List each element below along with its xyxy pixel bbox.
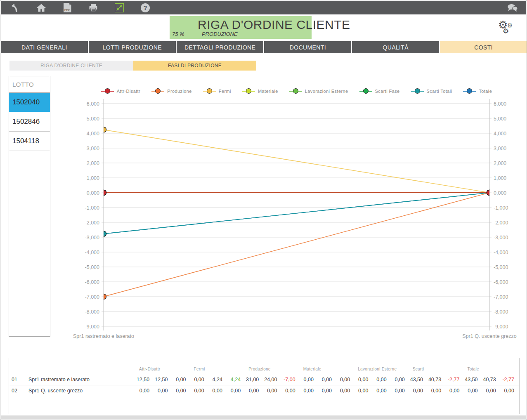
cost-chart: 6,0006,0005,0005,0004,0004,0003,0003,000…: [0, 99, 527, 346]
tab-costi[interactable]: COSTI: [440, 41, 527, 53]
fullscreen-icon: [115, 3, 124, 12]
cost-value: 31,00: [241, 377, 259, 382]
cost-value: 0,00: [496, 388, 514, 394]
svg-text:0,000: 0,000: [494, 190, 506, 196]
cost-value: 0,00: [295, 388, 314, 394]
svg-text:2,000: 2,000: [494, 160, 506, 166]
cost-value: 0,00: [387, 377, 405, 382]
subtab-fasi-di-produzione[interactable]: FASI DI PRODUZIONE: [133, 61, 256, 71]
svg-text:6,000: 6,000: [87, 101, 99, 107]
fullscreen-button[interactable]: [114, 2, 125, 13]
legend-marker: [246, 88, 251, 94]
svg-text:-4,000: -4,000: [85, 250, 99, 255]
cost-value: 0,00: [368, 377, 386, 382]
legend-marker: [363, 88, 369, 94]
table-row[interactable]: 01Spr1 rastremato e laserato12,5012,500,…: [9, 374, 519, 385]
cost-value: 43,50: [405, 377, 423, 382]
svg-text:2,000: 2,000: [87, 160, 99, 166]
chat-button[interactable]: [507, 2, 518, 13]
svg-text:5,000: 5,000: [87, 116, 99, 122]
home-icon: [36, 3, 46, 13]
legend-item[interactable]: Fermi: [203, 88, 231, 94]
svg-text:-3,000: -3,000: [85, 235, 99, 241]
cost-value: 0,00: [423, 388, 441, 394]
help-icon: ?: [141, 3, 150, 12]
pdf-icon: PDF: [64, 3, 71, 12]
cost-value: 4,24: [204, 377, 222, 382]
home-button[interactable]: [36, 2, 47, 13]
cost-value: 24,00: [259, 377, 277, 382]
legend-label: Materiale: [258, 89, 278, 94]
legend-item[interactable]: Lavorazioni Esterne: [289, 88, 348, 94]
svg-text:4,000: 4,000: [494, 131, 506, 137]
sub-tabs: RIGA D'ORDINE CLIENTEFASI DI PRODUZIONE: [9, 61, 256, 71]
svg-text:3,000: 3,000: [494, 146, 506, 151]
settings-gears-icon[interactable]: ⚙ ⚙ ⚙: [498, 19, 515, 36]
tab-qualità[interactable]: QUALITÀ: [352, 41, 439, 53]
legend-item[interactable]: Produzione: [151, 88, 192, 94]
legend-item[interactable]: Scarti Fase: [359, 88, 400, 94]
table-group-header: Totale: [459, 367, 514, 374]
cost-value: 0,00: [332, 388, 350, 394]
cost-value: 0,00: [332, 377, 350, 382]
header: RIGA D'ORDINE CLIENTE 75 % PRODUZIONE ⚙ …: [1, 14, 526, 41]
phase-name: Spr1 Q. uscente grezzo: [28, 388, 131, 394]
tab-dettagli-produzione[interactable]: DETTAGLI PRODUZIONE: [177, 41, 264, 53]
legend-item[interactable]: Attr-Disattr: [101, 88, 140, 94]
table-group-header: Scarti: [405, 367, 460, 374]
tab-documenti[interactable]: DOCUMENTI: [264, 41, 351, 53]
legend-marker: [155, 88, 161, 94]
table-group-headers: Attr-DisattrFermiProduzioneMaterialeLavo…: [9, 358, 519, 374]
cost-value: 0,00: [368, 388, 386, 394]
cost-value: 0,00: [405, 388, 423, 394]
legend-item[interactable]: Scarti Totali: [411, 88, 452, 94]
cost-value: 0,00: [350, 377, 368, 382]
table-group-header: Produzione: [241, 367, 295, 374]
cost-value: 0,00: [168, 377, 186, 382]
table-group-header: Lavorazioni Esterne: [350, 367, 405, 374]
chat-icon: [507, 3, 518, 13]
status-label: PRODUZIONE: [202, 31, 238, 37]
cost-value: 40,73: [423, 377, 441, 382]
legend-item[interactable]: Totale: [463, 88, 492, 94]
tab-lotti-produzione[interactable]: LOTTI PRODUZIONE: [89, 41, 176, 53]
legend-label: Lavorazioni Esterne: [305, 89, 348, 94]
cost-value: 0,00: [259, 388, 277, 394]
legend-marker: [293, 88, 298, 94]
table-row[interactable]: 02Spr1 Q. uscente grezzo0,000,000,000,00…: [9, 385, 519, 396]
svg-text:5,000: 5,000: [494, 116, 506, 122]
pdf-export-button[interactable]: PDF: [62, 2, 73, 13]
legend-marker: [467, 88, 472, 94]
back-icon: [10, 3, 20, 13]
svg-text:4,000: 4,000: [87, 131, 99, 137]
cost-value: 40,73: [478, 377, 496, 382]
cost-value: 12,50: [131, 377, 149, 382]
cost-value: -2,77: [496, 377, 514, 382]
back-button[interactable]: [10, 2, 21, 13]
cost-value: 0,00: [168, 388, 186, 394]
svg-text:-1,000: -1,000: [494, 205, 508, 211]
row-number: 01: [9, 377, 28, 382]
cost-value: 0,00: [186, 388, 204, 394]
row-number: 02: [9, 388, 28, 394]
svg-text:3,000: 3,000: [87, 146, 99, 151]
svg-text:-6,000: -6,000: [494, 279, 508, 285]
legend-label: Scarti Fase: [375, 89, 400, 94]
cost-value: 0,00: [277, 388, 295, 394]
cost-value: 0,00: [314, 377, 332, 382]
cost-value: 0,00: [314, 388, 332, 394]
svg-text:-2,000: -2,000: [85, 220, 99, 226]
legend-marker: [415, 88, 420, 94]
cost-value: 43,50: [459, 377, 477, 382]
svg-text:-3,000: -3,000: [494, 235, 508, 241]
subtab-riga-d-ordine-cliente[interactable]: RIGA D'ORDINE CLIENTE: [9, 61, 133, 71]
legend-item[interactable]: Materiale: [242, 88, 278, 94]
horizontal-scrollbar[interactable]: [1, 415, 526, 419]
tab-dati-generali[interactable]: DATI GENERALI: [1, 41, 88, 53]
help-button[interactable]: ?: [140, 2, 151, 13]
svg-text:0,000: 0,000: [87, 190, 99, 196]
progress-percent: 75 %: [172, 31, 184, 37]
svg-text:-6,000: -6,000: [85, 279, 99, 285]
svg-text:1,000: 1,000: [494, 175, 506, 181]
print-button[interactable]: [88, 2, 99, 13]
